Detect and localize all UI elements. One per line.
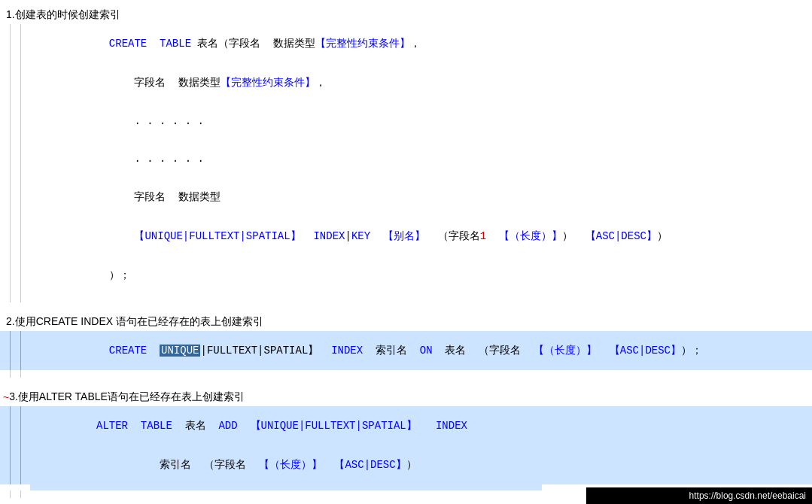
code-line-create-table: CREATE TABLE 表名（字段名 数据类型【完整性约束条件】， xyxy=(0,24,812,63)
code-text: 索引名 （字段名 【（长度）】 【ASC|DESC】） xyxy=(30,445,812,484)
footer-url: https://blog.csdn.net/eebaicai xyxy=(689,490,806,501)
section3-label: 3.使用ALTER TABLE语句在已经存在表上创建索引 xyxy=(9,390,245,404)
code-text: . . . . . . xyxy=(30,140,812,178)
code-line-create-index: CREATE UNIQUE|FULLTEXT|SPATIAL】 INDEX 索引… xyxy=(0,331,812,370)
spacer1 xyxy=(0,302,812,313)
section-create-index: 2.使用CREATE INDEX 语句在已经存在的表上创建索引 CREATE U… xyxy=(0,313,812,378)
section2-title: 2.使用CREATE INDEX 语句在已经存在的表上创建索引 xyxy=(0,313,812,331)
section1-label: 1.创建表的时候创建索引 xyxy=(3,8,120,22)
tilde-indicator: ~ xyxy=(3,391,9,403)
code-text: 字段名 数据类型 xyxy=(30,178,812,217)
code-text: . . . . . . xyxy=(30,102,812,140)
code-line-dots2: . . . . . . xyxy=(0,140,812,178)
code-line-field2: 字段名 数据类型 xyxy=(0,178,812,217)
code-text: ）； xyxy=(30,256,812,295)
code-line-field1: 字段名 数据类型【完整性约束条件】， xyxy=(0,63,812,102)
code-line-index-def: 【UNIQUE|FULLTEXT|SPATIAL】 INDEX|KEY 【别名】… xyxy=(0,217,812,256)
section1-title: 1.创建表的时候创建索引 xyxy=(0,6,812,24)
spacer2 xyxy=(0,378,812,388)
main-content: 1.创建表的时候创建索引 CREATE TABLE 表名（字段名 数据类型【完整… xyxy=(0,0,812,504)
section-create-table: 1.创建表的时候创建索引 CREATE TABLE 表名（字段名 数据类型【完整… xyxy=(0,6,812,302)
code-line-dots1: . . . . . . xyxy=(0,102,812,140)
section-alter-table: ~3.使用ALTER TABLE语句在已经存在表上创建索引 ALTER TABL… xyxy=(0,388,812,498)
section2-label: 2.使用CREATE INDEX 语句在已经存在的表上创建索引 xyxy=(3,315,263,329)
code-text: ALTER TABLE 表名 ADD 【UNIQUE|FULLTEXT|SPAT… xyxy=(30,406,812,445)
footer-bar: https://blog.csdn.net/eebaicai xyxy=(586,487,812,504)
code-text: 【UNIQUE|FULLTEXT|SPATIAL】 INDEX|KEY 【别名】… xyxy=(30,217,812,256)
code-line-alter-table: ALTER TABLE 表名 ADD 【UNIQUE|FULLTEXT|SPAT… xyxy=(0,406,812,445)
section3-title: ~3.使用ALTER TABLE语句在已经存在表上创建索引 xyxy=(0,388,812,406)
code-text: CREATE UNIQUE|FULLTEXT|SPATIAL】 INDEX 索引… xyxy=(30,331,812,370)
code-line-alter-index-def: 索引名 （字段名 【（长度）】 【ASC|DESC】） xyxy=(0,445,812,484)
highlight-extra xyxy=(30,484,542,490)
code-line-close: ）； xyxy=(0,256,812,295)
code-text: 字段名 数据类型【完整性约束条件】， xyxy=(30,63,812,102)
code-text: CREATE TABLE 表名（字段名 数据类型【完整性约束条件】， xyxy=(30,24,812,63)
